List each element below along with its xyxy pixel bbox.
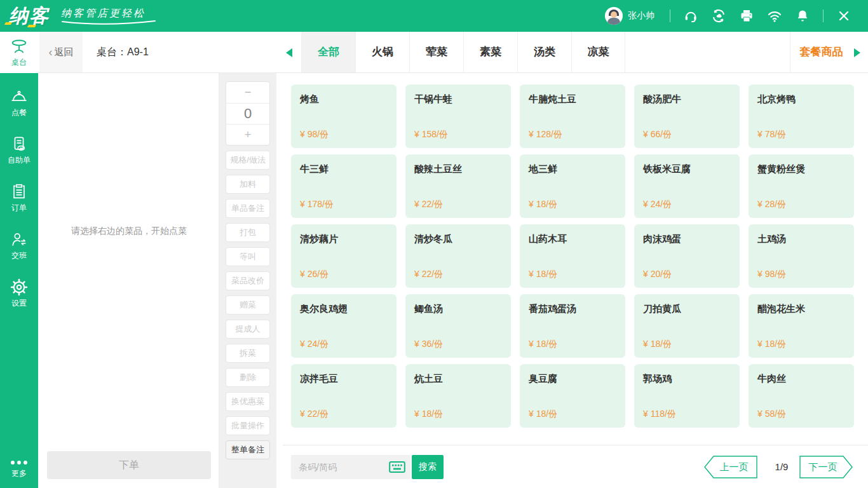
dish-card[interactable]: 铁板米豆腐¥ 24/份	[634, 154, 740, 218]
dish-card[interactable]: 清炒藕片¥ 26/份	[291, 224, 397, 288]
category-prev-icon[interactable]	[286, 48, 292, 57]
tab-all[interactable]: 全部	[301, 32, 355, 72]
dish-price: ¥ 18/份	[529, 409, 616, 420]
wait-call-button[interactable]: 等叫	[226, 247, 270, 266]
cloche-icon	[10, 88, 28, 105]
dish-card[interactable]: 蟹黄粉丝煲¥ 28/份	[749, 154, 854, 218]
next-page-button[interactable]: 下一页	[799, 456, 853, 478]
sidebar-item-tables[interactable]: 桌台	[0, 32, 38, 73]
sidebar-item-settings[interactable]: 设置	[0, 278, 38, 309]
sidebar-item-label: 设置	[0, 298, 38, 309]
tab-meat-dishes[interactable]: 荤菜	[409, 32, 463, 72]
tab-combo-products[interactable]: 套餐商品	[790, 32, 852, 72]
dish-card[interactable]: 臭豆腐¥ 18/份	[520, 364, 625, 428]
dish-card[interactable]: 山药木耳¥ 18/份	[520, 224, 625, 288]
header-bar: ‹ 返回 桌台：A9-1 全部 火锅 荤菜 素菜 汤类 凉菜 套餐商品	[38, 32, 868, 73]
dish-card[interactable]: 番茄鸡蛋汤¥ 18/份	[520, 294, 625, 358]
swap-discount-dish-button[interactable]: 换优惠菜	[226, 392, 270, 411]
sidebar-item-orders[interactable]: 订单	[0, 183, 38, 214]
dish-card[interactable]: 清炒冬瓜¥ 22/份	[405, 224, 511, 288]
notification-bell-icon[interactable]	[795, 8, 810, 24]
sidebar-item-label: 自助单	[0, 155, 38, 166]
wifi-icon[interactable]	[767, 8, 782, 24]
dish-price: ¥ 28/份	[757, 199, 845, 210]
tab-cold-dishes[interactable]: 凉菜	[571, 32, 625, 72]
dish-card[interactable]: 肉沫鸡蛋¥ 20/份	[634, 224, 740, 288]
printer-icon[interactable]	[739, 8, 754, 24]
customer-service-icon[interactable]	[683, 8, 698, 24]
sidebar-item-shift-change[interactable]: 交班	[0, 231, 38, 261]
add-ingredient-button[interactable]: 加料	[226, 175, 270, 194]
dish-name: 刀拍黄瓜	[643, 303, 731, 315]
dish-price: ¥ 18/份	[529, 269, 616, 280]
brand-name: 纳客	[9, 4, 50, 27]
empty-order-hint: 请选择右边的菜品，开始点菜	[39, 226, 219, 237]
dish-card[interactable]: 醋泡花生米¥ 18/份	[749, 294, 854, 358]
dish-card[interactable]: 牛肉丝¥ 58/份	[749, 364, 854, 428]
prev-page-button[interactable]: 上一页	[704, 456, 757, 478]
change-price-button[interactable]: 菜品改价	[226, 271, 270, 290]
dish-name: 烤鱼	[300, 93, 388, 105]
dish-card[interactable]: 酸辣土豆丝¥ 22/份	[405, 154, 511, 218]
spec-method-button[interactable]: 规格/做法	[226, 151, 270, 170]
commission-person-button[interactable]: 提成人	[226, 320, 270, 339]
place-order-button[interactable]: 下单	[47, 451, 211, 479]
dish-price: ¥ 24/份	[643, 199, 731, 210]
delete-button[interactable]: 删除	[226, 368, 270, 387]
takeout-button[interactable]: 打包	[226, 223, 270, 242]
tab-vegetable-dishes[interactable]: 素菜	[463, 32, 517, 72]
sidebar-item-self-service[interactable]: 自助单	[0, 135, 38, 166]
dish-card[interactable]: 干锅牛蛙¥ 158/份	[405, 85, 511, 148]
quantity-increase-button[interactable]: +	[226, 124, 269, 145]
tab-hotpot[interactable]: 火锅	[355, 32, 409, 72]
dish-name: 酸辣土豆丝	[414, 163, 502, 175]
dish-grid: 烤鱼¥ 98/份 干锅牛蛙¥ 158/份 牛腩炖土豆¥ 128/份 酸汤肥牛¥ …	[291, 85, 854, 428]
dish-price: ¥ 22/份	[300, 409, 388, 420]
quantity-decrease-button[interactable]: −	[226, 82, 269, 103]
dish-card[interactable]: 酸汤肥牛¥ 66/份	[634, 85, 740, 148]
dish-price: ¥ 36/份	[414, 339, 502, 350]
dish-name: 鲫鱼汤	[414, 303, 502, 315]
split-dish-button[interactable]: 拆菜	[226, 344, 270, 363]
category-next-icon[interactable]	[854, 48, 860, 57]
dish-name: 牛三鲜	[300, 163, 388, 175]
sidebar-item-more[interactable]: 更多	[0, 461, 38, 479]
item-note-button[interactable]: 单品备注	[226, 199, 270, 218]
dish-name: 郭场鸡	[643, 373, 731, 385]
dish-name: 臭豆腐	[529, 373, 616, 385]
dish-name: 清炒藕片	[300, 233, 388, 245]
dish-card[interactable]: 牛腩炖土豆¥ 128/份	[520, 85, 625, 148]
dish-card[interactable]: 北京烤鸭¥ 78/份	[749, 85, 854, 148]
gift-dish-button[interactable]: 赠菜	[226, 295, 270, 315]
search-button[interactable]: 搜索	[412, 455, 444, 479]
dish-card[interactable]: 土鸡汤¥ 98/份	[749, 224, 854, 288]
dish-price: ¥ 58/份	[757, 409, 845, 420]
dish-name: 山药木耳	[529, 233, 616, 245]
dish-card[interactable]: 凉拌毛豆¥ 22/份	[291, 364, 397, 428]
dish-card[interactable]: 烤鱼¥ 98/份	[291, 85, 397, 148]
table-title: 桌台：A9-1	[97, 32, 149, 72]
cloud-sync-icon[interactable]	[711, 8, 726, 24]
dish-card[interactable]: 郭场鸡¥ 118/份	[634, 364, 740, 428]
dish-card[interactable]: 刀拍黄瓜¥ 18/份	[634, 294, 740, 358]
sidebar-item-order-food[interactable]: 点餐	[0, 88, 38, 118]
batch-operation-button[interactable]: 批量操作	[226, 416, 270, 435]
dish-card[interactable]: 奥尔良鸡翅¥ 24/份	[291, 294, 397, 358]
keyboard-icon[interactable]	[389, 460, 405, 474]
dish-card[interactable]: 鲫鱼汤¥ 36/份	[405, 294, 511, 358]
dish-price: ¥ 98/份	[757, 269, 845, 280]
dish-price: ¥ 98/份	[300, 129, 388, 140]
dish-name: 牛腩炖土豆	[529, 93, 616, 105]
whole-order-note-button[interactable]: 整单备注	[226, 440, 270, 459]
dish-card[interactable]: 牛三鲜¥ 178/份	[291, 154, 397, 218]
dish-card[interactable]: 地三鲜¥ 18/份	[520, 154, 625, 218]
page-indicator: 1/9	[767, 456, 796, 478]
dish-name: 炕土豆	[414, 373, 502, 385]
dish-card[interactable]: 炕土豆¥ 18/份	[405, 364, 511, 428]
dish-name: 奥尔良鸡翅	[300, 303, 388, 315]
back-button[interactable]: ‹ 返回	[39, 32, 83, 72]
close-icon[interactable]	[836, 8, 851, 24]
dish-price: ¥ 22/份	[414, 199, 502, 210]
tab-soups[interactable]: 汤类	[517, 32, 571, 72]
user-avatar[interactable]	[605, 7, 623, 25]
